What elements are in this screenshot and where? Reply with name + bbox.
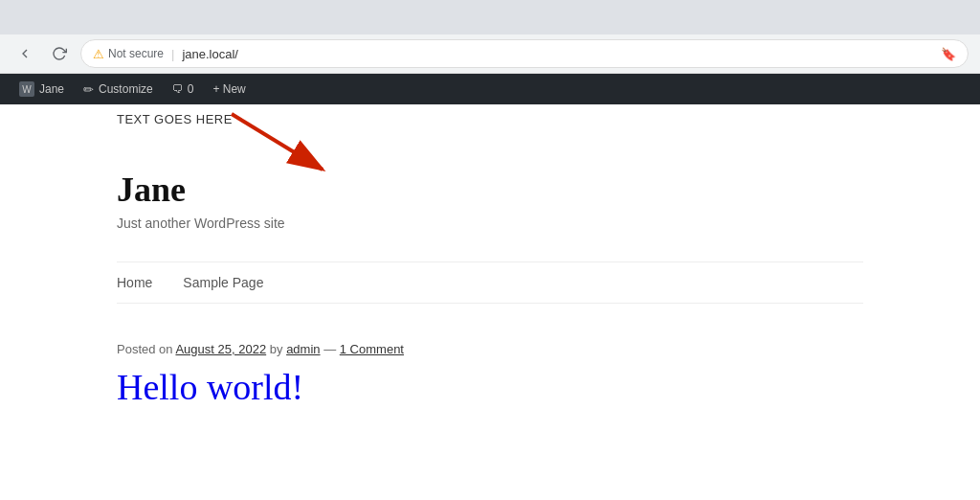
wp-comments-link[interactable]: 🗨 0 bbox=[165, 74, 202, 104]
wp-new-link[interactable]: + New bbox=[205, 74, 253, 104]
comment-icon: 🗨 bbox=[172, 82, 184, 96]
site-container: TEXT GOES HERE Jane Just another WordPre… bbox=[78, 104, 902, 448]
svg-line-1 bbox=[232, 114, 323, 170]
warning-icon: ⚠ bbox=[93, 47, 104, 61]
wp-site-icon: W bbox=[19, 81, 34, 97]
nav-item-sample-page: Sample Page bbox=[183, 274, 263, 291]
comments-count: 0 bbox=[188, 82, 194, 96]
url-text: jane.local/ bbox=[182, 47, 238, 61]
comments-count-wrapper: 🗨 0 bbox=[172, 82, 194, 96]
site-nav: Home Sample Page bbox=[117, 262, 863, 304]
browser-chrome: ⚠ Not secure | jane.local/ 🔖 bbox=[0, 0, 980, 74]
nav-link-home[interactable]: Home bbox=[117, 275, 152, 290]
annotation-text: TEXT GOES HERE bbox=[117, 112, 233, 126]
not-secure-text: Not secure bbox=[108, 47, 164, 60]
post-comments-link[interactable]: 1 Comment bbox=[340, 342, 404, 356]
wp-admin-bar: W Jane ✏ Customize 🗨 0 + New bbox=[0, 74, 980, 104]
nav-menu: Home Sample Page bbox=[117, 274, 863, 291]
annotation-area: TEXT GOES HERE bbox=[117, 104, 863, 143]
customize-icon: ✏ bbox=[83, 82, 94, 97]
address-bar[interactable]: ⚠ Not secure | jane.local/ 🔖 bbox=[80, 39, 969, 68]
post-title-link[interactable]: Hello world! bbox=[117, 367, 303, 407]
nav-item-home: Home bbox=[117, 274, 152, 291]
refresh-button[interactable] bbox=[46, 40, 73, 67]
site-tagline: Just another WordPress site bbox=[117, 216, 863, 231]
annotation-arrow bbox=[222, 104, 337, 181]
back-button[interactable] bbox=[11, 40, 38, 67]
post-meta: Posted on August 25, 2022 by admin — 1 C… bbox=[117, 342, 863, 356]
wp-new-label: + New bbox=[212, 82, 245, 96]
post-date-link[interactable]: August 25, 2022 bbox=[175, 342, 266, 356]
url-divider: | bbox=[171, 47, 174, 61]
main-content: Posted on August 25, 2022 by admin — 1 C… bbox=[117, 304, 863, 448]
wp-site-name-label: Jane bbox=[39, 82, 64, 96]
security-indicator: ⚠ Not secure bbox=[93, 47, 164, 61]
bookmark-icon[interactable]: 🔖 bbox=[941, 47, 956, 61]
nav-bar: ⚠ Not secure | jane.local/ 🔖 bbox=[0, 34, 980, 73]
post-title: Hello world! bbox=[117, 366, 863, 410]
nav-link-sample-page[interactable]: Sample Page bbox=[183, 275, 263, 290]
tab-bar bbox=[0, 0, 980, 34]
wp-site-name[interactable]: W Jane bbox=[11, 74, 72, 104]
wp-customize-label: Customize bbox=[99, 82, 153, 96]
post-author-link[interactable]: admin bbox=[286, 342, 320, 356]
post-meta-prefix: Posted on bbox=[117, 342, 175, 356]
wp-customize-link[interactable]: ✏ Customize bbox=[76, 74, 161, 104]
